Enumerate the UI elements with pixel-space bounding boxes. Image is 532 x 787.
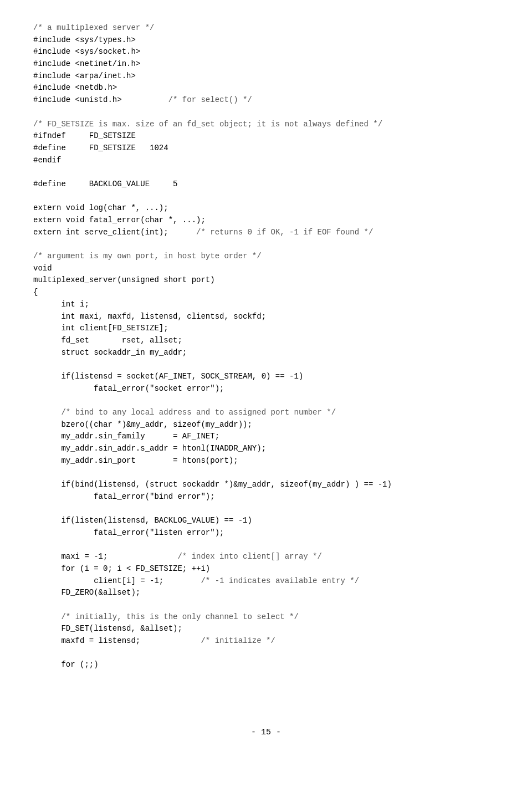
page-container: /* a multiplexed server */ #include <sys… (0, 0, 532, 787)
code-line-21: void (33, 264, 52, 273)
code-line-3: #include <sys/socket.h> (33, 47, 140, 56)
code-line-7: #include <unistd.h> /* for select() */ (33, 95, 252, 104)
code-line-39: if(bind(listensd, (struct sockaddr *)&my… (33, 480, 392, 489)
code-line-52: maxfd = listensd; /* initialize */ (33, 636, 275, 645)
code-line-5: #include <arpa/inet.h> (33, 71, 136, 80)
code-line-16: extern void log(char *, ...); (33, 203, 168, 212)
code-line-37: my_addr.sin_port = htons(port); (33, 456, 238, 465)
code-line-1: /* a multiplexed server */ (33, 23, 154, 32)
code-line-28: struct sockaddr_in my_addr; (33, 348, 187, 357)
code-line-43: fatal_error("listen error"); (33, 528, 224, 537)
page-footer: - 15 - (33, 717, 499, 754)
code-line-30: if(listensd = socket(AF_INET, SOCK_STREA… (33, 372, 303, 381)
code-line-24: int i; (33, 300, 89, 309)
code-line-35: my_addr.sin_family = AF_INET; (33, 432, 219, 441)
code-line-42: if(listen(listensd, BACKLOG_VALUE) == -1… (33, 516, 252, 525)
code-line-46: for (i = 0; i < FD_SETSIZE; ++i) (33, 564, 210, 573)
code-line-20: /* argument is my own port, in host byte… (33, 252, 262, 260)
code-line-36: my_addr.sin_addr.s_addr = htonl(INADDR_A… (33, 444, 266, 453)
code-line-45: maxi = -1; /* index into client[] array … (33, 552, 322, 561)
code-block: /* a multiplexed server */ #include <sys… (33, 22, 499, 717)
code-line-33: /* bind to any local address and to assi… (33, 408, 336, 417)
code-line-48: FD_ZERO(&allset); (33, 588, 140, 597)
code-line-9: /* FD_SETSIZE is max. size of an fd_set … (33, 120, 382, 129)
code-line-34: bzero((char *)&my_addr, sizeof(my_addr))… (33, 420, 252, 429)
code-line-40: fatal_error("bind error"); (33, 492, 215, 501)
code-line-27: fd_set rset, allset; (33, 336, 182, 345)
code-line-18: extern int serve_client(int); /* returns… (33, 228, 373, 237)
code-line-26: int client[FD_SETSIZE]; (33, 324, 168, 333)
code-line-31: fatal_error("socket error"); (33, 384, 224, 393)
code-line-25: int maxi, maxfd, listensd, clientsd, soc… (33, 312, 266, 321)
code-line-12: #endif (33, 156, 61, 165)
code-line-10: #ifndef FD_SETSIZE (33, 131, 136, 140)
code-line-11: #define FD_SETSIZE 1024 (33, 144, 168, 152)
code-line-22: multiplexed_server(unsigned short port) (33, 275, 215, 284)
code-line-51: FD_SET(listensd, &allset); (33, 624, 182, 633)
code-line-4: #include <netinet/in.h> (33, 59, 140, 68)
page-number: - 15 - (251, 728, 281, 737)
code-line-17: extern void fatal_error(char *, ...); (33, 216, 206, 224)
code-line-6: #include <netdb.h> (33, 83, 117, 92)
code-line-47: client[i] = -1; /* -1 indicates availabl… (33, 576, 359, 585)
code-line-54: for (;;) (33, 660, 99, 669)
code-line-2: #include <sys/types.h> (33, 35, 136, 44)
code-line-14: #define BACKLOG_VALUE 5 (33, 180, 177, 188)
code-line-50: /* initially, this is the only channel t… (33, 612, 299, 621)
code-line-23: { (33, 288, 38, 297)
